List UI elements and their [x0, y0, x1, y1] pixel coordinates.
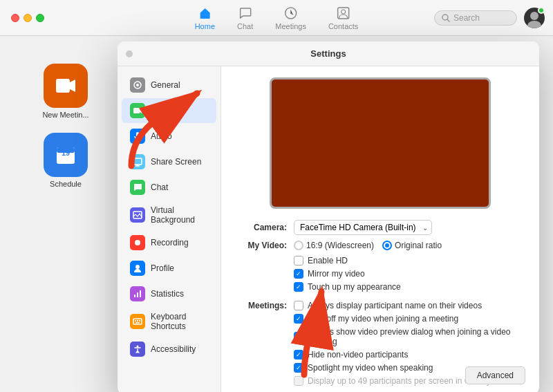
- mirror-row[interactable]: ✓ Mirror my video: [294, 269, 401, 279]
- settings-item-general-label: General: [151, 80, 180, 90]
- touch-up-checkbox[interactable]: ✓: [294, 282, 303, 292]
- home-icon: [197, 6, 212, 21]
- camera-label: Camera:: [235, 223, 287, 232]
- display-49-checkbox[interactable]: [294, 376, 303, 386]
- ratio-radio-group: 16:9 (Widescreen) Original ratio: [294, 241, 442, 250]
- enable-hd-checkbox[interactable]: [294, 256, 303, 265]
- display-name-row[interactable]: Always display participant name on their…: [294, 301, 525, 310]
- settings-window-dot: [126, 50, 133, 57]
- always-show-row[interactable]: ✓ Always show video preview dialog when …: [294, 327, 525, 346]
- nav-home[interactable]: Home: [195, 6, 215, 30]
- svg-point-22: [135, 240, 140, 245]
- svg-rect-14: [133, 108, 140, 113]
- settings-item-audio[interactable]: Audio: [122, 124, 216, 149]
- settings-item-vbg-label: Virtual Background: [151, 205, 208, 225]
- svg-rect-28: [135, 320, 136, 321]
- nav-contacts-label: Contacts: [328, 22, 358, 30]
- app-sidebar: New Meetin... 19 Schedule: [0, 36, 131, 392]
- nav-chat-label: Chat: [237, 22, 253, 30]
- svg-point-23: [135, 265, 140, 269]
- settings-item-profile[interactable]: Profile: [122, 256, 216, 281]
- contacts-icon: [336, 6, 351, 21]
- settings-item-video-label: Video: [151, 106, 171, 115]
- camera-dropdown-wrapper: FaceTime HD Camera (Built-in) ⌄: [294, 220, 432, 235]
- settings-item-audio-label: Audio: [151, 131, 172, 141]
- svg-marker-15: [140, 108, 142, 113]
- nav-chat[interactable]: Chat: [237, 6, 253, 30]
- ratio-original[interactable]: Original ratio: [382, 241, 442, 250]
- settings-item-statistics[interactable]: Statistics: [122, 281, 216, 306]
- turn-off-checkbox[interactable]: ✓: [294, 314, 303, 324]
- settings-title-bar: Settings: [118, 41, 539, 66]
- search-icon: [442, 14, 450, 22]
- svg-point-6: [527, 21, 541, 28]
- audio-icon: [130, 129, 145, 144]
- settings-item-accessibility[interactable]: Accessibility: [122, 337, 216, 362]
- nav-home-label: Home: [195, 22, 215, 30]
- hide-non-video-row[interactable]: ✓ Hide non-video participants: [294, 350, 525, 360]
- settings-item-recording-label: Recording: [151, 238, 189, 248]
- turn-off-row[interactable]: ✓ Turn off my video when joining a meeti…: [294, 314, 525, 324]
- settings-item-keyboard-label: Keyboard Shortcuts: [151, 312, 208, 331]
- statistics-icon: [130, 286, 145, 301]
- traffic-lights: [11, 14, 44, 22]
- settings-body: General Video Audio: [118, 66, 539, 392]
- chat-icon-sidebar: [130, 180, 145, 195]
- virtual-bg-icon: [130, 207, 145, 223]
- svg-text:19: 19: [62, 149, 70, 157]
- top-bar: Home Chat Meetings: [0, 0, 553, 36]
- settings-content: Camera: FaceTime HD Camera (Built-in) ⌄ …: [221, 66, 539, 392]
- mirror-checkbox[interactable]: ✓: [294, 269, 303, 279]
- schedule-label: Schedule: [50, 180, 82, 188]
- settings-item-accessibility-label: Accessibility: [151, 344, 196, 354]
- nav-contacts[interactable]: Contacts: [328, 6, 358, 30]
- enable-hd-row[interactable]: Enable HD: [294, 256, 401, 265]
- settings-item-general[interactable]: General: [122, 73, 216, 97]
- always-show-checkbox[interactable]: ✓: [294, 332, 303, 342]
- settings-window: Settings General Video: [118, 41, 539, 392]
- svg-rect-30: [139, 320, 140, 321]
- display-name-label: Always display participant name on their…: [308, 301, 482, 310]
- touch-up-row[interactable]: ✓ Touch up my appearance: [294, 282, 401, 292]
- my-video-checkboxes-row: Enable HD ✓ Mirror my video ✓ Touch up m…: [235, 256, 525, 295]
- chat-icon: [238, 6, 253, 21]
- hide-non-video-label: Hide non-video participants: [308, 350, 408, 360]
- ratio-widescreen[interactable]: 16:9 (Widescreen): [294, 241, 374, 250]
- profile-icon: [130, 261, 145, 276]
- settings-item-statistics-label: Statistics: [151, 289, 184, 299]
- svg-rect-7: [56, 79, 70, 93]
- spotlight-checkbox[interactable]: ✓: [294, 363, 303, 373]
- settings-item-share-label: Share Screen: [151, 157, 201, 167]
- hide-non-video-checkbox[interactable]: ✓: [294, 350, 303, 360]
- svg-marker-8: [70, 80, 75, 92]
- svg-rect-18: [133, 158, 142, 165]
- settings-item-video[interactable]: Video: [122, 98, 216, 123]
- nav-meetings[interactable]: Meetings: [275, 6, 306, 30]
- new-meeting-button[interactable]: New Meetin...: [42, 64, 88, 119]
- nav-items: Home Chat Meetings: [195, 6, 359, 30]
- settings-item-keyboard[interactable]: Keyboard Shortcuts: [122, 307, 216, 336]
- settings-item-virtual-bg[interactable]: Virtual Background: [122, 200, 216, 230]
- advanced-button[interactable]: Advanced: [465, 366, 525, 384]
- new-meeting-icon: [44, 64, 88, 108]
- minimize-button[interactable]: [24, 14, 32, 22]
- turn-off-label: Turn off my video when joining a meeting: [308, 314, 458, 324]
- meetings-icon: [283, 6, 299, 21]
- schedule-button[interactable]: 19 Schedule: [44, 133, 88, 188]
- my-video-checkboxes: Enable HD ✓ Mirror my video ✓ Touch up m…: [294, 256, 401, 295]
- main-content: New Meetin... 19 Schedule Settings: [0, 36, 553, 392]
- camera-select[interactable]: FaceTime HD Camera (Built-in): [294, 220, 432, 235]
- settings-item-chat[interactable]: Chat: [122, 175, 216, 200]
- display-name-checkbox[interactable]: [294, 301, 303, 310]
- maximize-button[interactable]: [36, 14, 44, 22]
- svg-line-4: [447, 19, 449, 21]
- online-indicator: [538, 7, 545, 14]
- keyboard-icon: [130, 314, 145, 329]
- settings-item-share-screen[interactable]: Share Screen: [122, 149, 216, 174]
- close-button[interactable]: [11, 14, 19, 22]
- general-icon: [130, 77, 145, 93]
- nav-meetings-label: Meetings: [275, 22, 306, 30]
- camera-row: Camera: FaceTime HD Camera (Built-in) ⌄: [235, 220, 525, 235]
- search-bar[interactable]: Search: [434, 10, 517, 26]
- settings-item-recording[interactable]: Recording: [122, 230, 216, 255]
